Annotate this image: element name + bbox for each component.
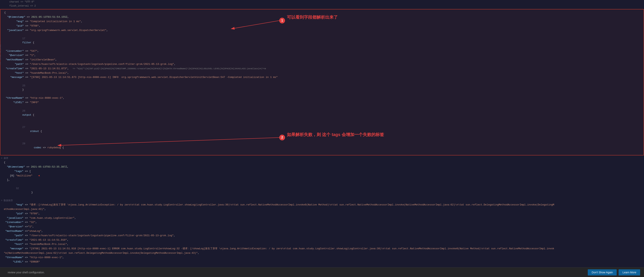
result2-tags-0: [0] "multiline" ◄ <box>0 174 644 178</box>
result-javaclass-1: "javaClass" => "org.springframework.web.… <box>0 28 644 33</box>
result2-linenumber: "linenumber" => "32", <box>0 220 644 225</box>
result2-level: "LEVEL" => "ERROR" <box>0 260 644 264</box>
result-version-1: "@version" => "1", <box>0 53 644 58</box>
annotation-circle-1: 1 <box>279 18 285 23</box>
result2-threadname: "threadName" => "http-nio-8080-exec-1", <box>0 256 644 260</box>
config-middle-2: 25 } <box>0 80 644 96</box>
result2-message-cont: "e(NativeMethodAccessorImpl.java:62)\n\t… <box>0 251 644 256</box>
result2-msg-cont: ethodAccessorImpl.java:43)", <box>0 207 644 212</box>
dont-show-again-button[interactable]: Don't Show Again <box>588 269 617 276</box>
config-line-top: charset => "UTF-8" <box>0 0 644 4</box>
result2-pid: "pid" => "9708", <box>0 212 644 216</box>
result2-tags: "tags" => [ <box>0 169 644 174</box>
result-linenumber-1: "linenumber" => "547", <box>0 49 644 53</box>
result2-tags-close: ], <box>0 178 644 182</box>
sidebar-xc-label: XC一体化平台_系统... <box>0 40 1 65</box>
result2-message: "message" => "[9708] 2021-05-13 11:14:51… <box>0 247 644 251</box>
annotation-circle-2: 2 <box>279 135 285 140</box>
config-middle-1: 17 filter { <box>0 32 644 49</box>
sidebar-data-label: > 数据推荐 <box>0 199 13 202</box>
annotation-text-2: 如果解析失败，则 这个 tags 会增加一个失败的标签 <box>287 132 384 138</box>
result2-open-brace: { <box>0 160 644 165</box>
result2-msg: "msg" => "请求：[/showLog]发生了异常 \njava.lang… <box>0 203 644 207</box>
result-pid-1: "pid" => "9708", <box>0 24 644 28</box>
result-level-1: "LEVEL" => "INFO" <box>0 100 644 105</box>
result-threadname-1: "threadName" => "http-nio-8080-exec-1", <box>0 96 644 100</box>
result-path-1: "path" => "/Users/huan/soft/elastic-stac… <box>0 62 644 66</box>
result2-host: "host" => "huandeMacBook-Pro.local", <box>0 242 644 247</box>
sidebar-kangyang-label: > 康养 <box>0 157 8 160</box>
config-line-32: 32 } <box>0 182 644 199</box>
result-host-1: "host" => "huandeMacBook-Pro.local", <box>0 71 644 75</box>
annotation-text-1: 可以看到字段都解析出来了 <box>287 14 338 20</box>
result-methodname-1: "methodName" => "initServletBean", <box>0 58 644 62</box>
result2-methodname: "methodName" =>"showLog", <box>0 229 644 234</box>
terminal-container: charset => "UTF-8" flush_interval => 2 {… <box>0 0 644 277</box>
result-message-1: "message" => "[9708] 2021-05-13 11:14:51… <box>0 75 644 80</box>
learn-more-button[interactable]: Learn More <box>618 269 640 276</box>
bottom-notice: review your shell configuration. <box>4 271 45 274</box>
result2-path: "path" => "/Users/huan/soft/elastic-stac… <box>0 234 644 238</box>
result-createtime-1: "createTime" => "2021-05-13 11:14:51.873… <box>0 66 644 71</box>
config-middle-3: 26 output { <box>0 105 644 121</box>
config-middle-5: 28 codec => rubydebug { <box>0 138 644 154</box>
bottom-bar: review your shell configuration. Don't S… <box>0 267 644 277</box>
result2-timestamp: "@timestamp" => 2021-05-13T03:52:35.387Z… <box>0 165 644 169</box>
result2-version: "@version" =>"1", <box>0 225 644 229</box>
result2-createtime: "createTime" => "2021-05-13 11:14:51.910… <box>0 238 644 242</box>
result2-javaclass: "javaClass" => "com.huan.study.LogContro… <box>0 216 644 221</box>
config-line-flush: flush_interval => 2 <box>0 4 644 8</box>
